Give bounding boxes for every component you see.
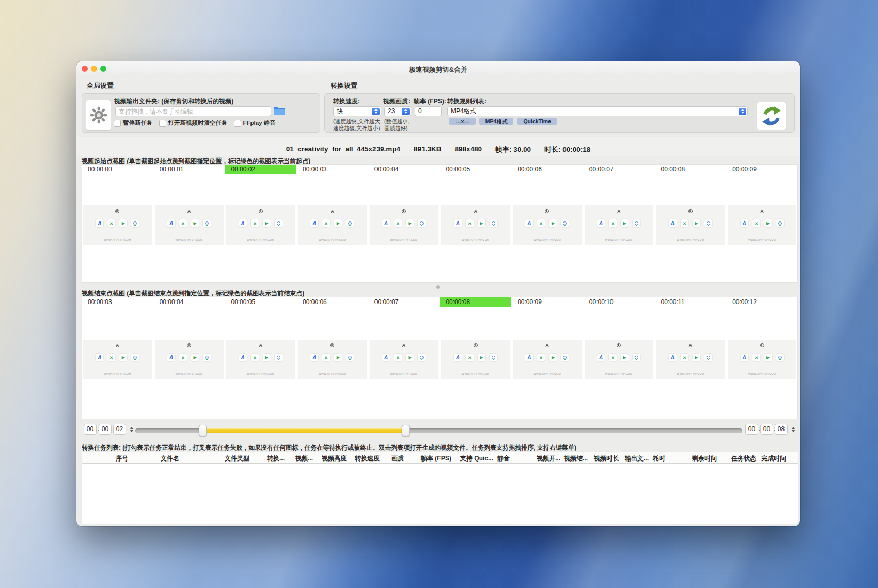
video-thumbnail[interactable]: A+▶WWW.APPFVP.COM bbox=[298, 340, 367, 379]
range-slider-end-handle[interactable] bbox=[402, 425, 410, 436]
task-column-header[interactable]: 完成时间 bbox=[761, 454, 786, 463]
dropdown-stepper-icon[interactable] bbox=[739, 108, 746, 115]
timestamp-cell[interactable]: 00:00:06 bbox=[296, 297, 368, 307]
task-column-header[interactable]: 输出文... bbox=[625, 454, 649, 463]
rule-button[interactable]: ---x--- bbox=[449, 118, 476, 125]
settings-gear-button[interactable] bbox=[86, 100, 111, 131]
task-column-header[interactable]: 文件类型 bbox=[225, 454, 249, 463]
timestamp-cell[interactable]: 00:00:10 bbox=[583, 297, 655, 307]
task-column-header[interactable]: 视频... bbox=[295, 454, 313, 463]
app-a-icon: A bbox=[310, 219, 318, 227]
rule-button[interactable]: MP4格式 bbox=[479, 118, 514, 125]
timestamp-cell[interactable]: 00:00:04 bbox=[368, 165, 440, 174]
task-column-header[interactable]: 画质 bbox=[391, 454, 404, 463]
timestamp-cell[interactable]: 00:00:07 bbox=[368, 297, 440, 307]
fps-input[interactable]: 0 bbox=[415, 106, 442, 116]
checkbox-FFplay 静音[interactable]: FFplay 静音 bbox=[234, 119, 276, 127]
video-thumbnail[interactable]: A+▶WWW.APPFVP.COM bbox=[513, 205, 582, 245]
app-a-icon: A bbox=[597, 219, 605, 227]
video-thumbnail[interactable]: AA+▶WWW.APPFVP.COM bbox=[155, 205, 224, 245]
end-time-field[interactable]: 08 bbox=[775, 424, 788, 435]
task-table-body[interactable] bbox=[82, 464, 798, 524]
start-time-field[interactable]: 02 bbox=[113, 424, 126, 435]
video-thumbnail[interactable]: A+▶WWW.APPFVP.COM bbox=[226, 205, 295, 245]
timestamp-cell[interactable]: 00:00:11 bbox=[655, 297, 727, 307]
task-column-header[interactable]: 转换速度 bbox=[355, 454, 380, 463]
end-time-stepper[interactable] bbox=[790, 424, 796, 435]
timestamp-cell[interactable]: 00:00:09 bbox=[511, 297, 583, 307]
task-column-header[interactable]: 任务状态 bbox=[731, 454, 756, 463]
checkbox-打开新视频时清空任务[interactable]: 打开新视频时清空任务 bbox=[159, 119, 228, 127]
checkbox-暂停新任务[interactable]: 暂停新任务 bbox=[114, 119, 153, 127]
end-time-field[interactable]: 00 bbox=[745, 424, 758, 435]
task-column-header[interactable]: 转换... bbox=[267, 454, 285, 463]
range-slider-selection[interactable] bbox=[203, 428, 405, 433]
task-column-header[interactable]: 视频时长 bbox=[594, 454, 619, 463]
video-thumbnail[interactable]: AA+▶WWW.APPFVP.COM bbox=[298, 205, 367, 245]
video-thumbnail[interactable]: AA+▶WWW.APPFVP.COM bbox=[656, 340, 725, 379]
task-column-header[interactable]: 静音 bbox=[497, 454, 510, 463]
task-column-header[interactable]: 耗时 bbox=[653, 454, 665, 463]
range-slider-start-handle[interactable] bbox=[199, 425, 207, 436]
task-column-header[interactable]: 视频开... bbox=[537, 454, 560, 463]
timestamp-cell[interactable]: 00:00:06 bbox=[511, 165, 583, 174]
output-folder-input[interactable] bbox=[115, 106, 271, 116]
start-time-field[interactable]: 00 bbox=[99, 424, 112, 435]
timestamp-cell[interactable]: 00:00:09 bbox=[726, 165, 798, 174]
video-thumbnail[interactable]: A+▶WWW.APPFVP.COM bbox=[370, 205, 438, 245]
timestamp-cell[interactable]: 00:00:08 bbox=[440, 297, 511, 307]
video-thumbnail[interactable]: AA+▶WWW.APPFVP.COM bbox=[226, 340, 295, 379]
video-thumbnail[interactable]: A+▶WWW.APPFVP.COM bbox=[155, 340, 224, 379]
dropdown-stepper-icon[interactable] bbox=[372, 108, 380, 115]
video-thumbnail[interactable]: A+▶WWW.APPFVP.COM bbox=[585, 340, 653, 379]
start-time-stepper[interactable] bbox=[128, 424, 135, 435]
rules-dropdown[interactable]: MP4格式 bbox=[447, 106, 748, 116]
timestamp-cell[interactable]: 00:00:03 bbox=[82, 297, 153, 307]
checkbox-box[interactable] bbox=[159, 120, 166, 127]
video-thumbnail[interactable]: A+▶WWW.APPFVP.COM bbox=[441, 340, 510, 379]
timestamp-cell[interactable]: 00:00:05 bbox=[225, 297, 296, 307]
video-thumbnail[interactable]: A+▶WWW.APPFVP.COM bbox=[656, 205, 725, 245]
quality-stepper[interactable]: 23 bbox=[384, 106, 411, 116]
rule-button[interactable]: QuickTime bbox=[517, 118, 557, 125]
task-column-header[interactable]: 序号 bbox=[116, 454, 128, 463]
choose-folder-button[interactable] bbox=[274, 107, 285, 115]
task-column-header[interactable]: 支持 Quic... bbox=[460, 454, 493, 463]
timestamp-cell[interactable]: 00:00:08 bbox=[655, 165, 727, 174]
timestamp-cell[interactable]: 00:00:04 bbox=[153, 297, 225, 307]
tools-x-icon: + bbox=[107, 219, 115, 227]
video-thumbnail[interactable]: AA+▶WWW.APPFVP.COM bbox=[441, 205, 510, 245]
stepper-icon[interactable] bbox=[402, 108, 410, 115]
timestamp-cell[interactable]: 00:00:05 bbox=[440, 165, 511, 174]
task-column-header[interactable]: 剩余时间 bbox=[692, 454, 717, 463]
video-thumbnail[interactable]: A+▶WWW.APPFVP.COM bbox=[83, 205, 152, 245]
video-thumbnail[interactable]: AA+▶WWW.APPFVP.COM bbox=[585, 205, 653, 245]
checkbox-box[interactable] bbox=[234, 120, 241, 127]
task-column-header[interactable]: 文件名 bbox=[161, 454, 179, 463]
convert-button[interactable] bbox=[757, 102, 786, 130]
video-thumbnail[interactable]: AA+▶WWW.APPFVP.COM bbox=[83, 340, 152, 379]
task-table-header: 序号文件名文件类型转换...视频...视频高度转换速度画质帧率 (FPS)支持 … bbox=[82, 452, 798, 464]
checkbox-box[interactable] bbox=[114, 120, 121, 127]
video-thumbnail[interactable]: AA+▶WWW.APPFVP.COM bbox=[370, 340, 438, 379]
video-thumbnail[interactable]: AA+▶WWW.APPFVP.COM bbox=[513, 340, 582, 379]
title-bar[interactable]: 极速视频剪切&合并 bbox=[76, 61, 800, 76]
end-time-field[interactable]: 00 bbox=[760, 424, 773, 435]
start-time-field[interactable]: 00 bbox=[84, 424, 97, 435]
task-column-header[interactable]: 视频结... bbox=[564, 454, 588, 463]
timestamp-cell[interactable]: 00:00:01 bbox=[153, 165, 225, 174]
task-column-header[interactable]: 帧率 (FPS) bbox=[421, 454, 451, 463]
app-a-icon: A bbox=[382, 354, 390, 361]
timestamp-cell[interactable]: 00:00:12 bbox=[726, 297, 798, 307]
video-thumbnail[interactable]: AA+▶WWW.APPFVP.COM bbox=[728, 205, 796, 245]
speed-dropdown[interactable]: 快 bbox=[333, 106, 381, 116]
timestamp-cell[interactable]: 00:00:00 bbox=[82, 165, 153, 174]
timestamp-cell[interactable]: 00:00:03 bbox=[296, 165, 368, 174]
speed-hint: (速度越快,文件越大. 速度越慢,文件越小) bbox=[333, 118, 381, 131]
timestamp-cell[interactable]: 00:00:02 bbox=[225, 165, 296, 174]
splitter-handle[interactable] bbox=[436, 285, 440, 289]
logo-swirl-icon bbox=[474, 343, 478, 347]
video-thumbnail[interactable]: A+▶WWW.APPFVP.COM bbox=[728, 340, 796, 379]
timestamp-cell[interactable]: 00:00:07 bbox=[583, 165, 655, 174]
task-column-header[interactable]: 视频高度 bbox=[322, 454, 347, 463]
